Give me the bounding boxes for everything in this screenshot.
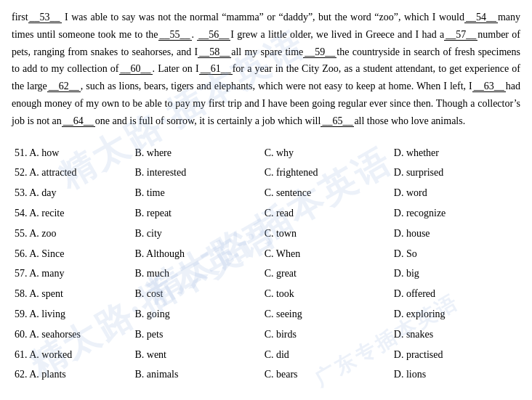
option-a: 51. A. how xyxy=(12,143,132,163)
option-a: 62. A. plants xyxy=(12,364,132,385)
option-b: B. time xyxy=(132,183,261,203)
option-d: D. snakes xyxy=(391,325,520,345)
option-d: D. offered xyxy=(391,284,520,304)
option-b: B. city xyxy=(132,224,261,244)
option-b: B. interested xyxy=(132,163,261,183)
option-c: C. why xyxy=(262,143,391,163)
option-a: 52. A. attracted xyxy=(12,163,132,183)
option-c: C. sentence xyxy=(262,183,391,203)
table-row: 54. A. reciteB. repeatC. readD. recogniz… xyxy=(12,203,520,224)
option-b: B. animals xyxy=(132,364,261,385)
option-c: C. bears xyxy=(262,364,391,385)
option-c: C. frightened xyxy=(262,163,391,183)
option-d: D. surprised xyxy=(391,163,520,183)
option-a: 53. A. day xyxy=(12,183,132,203)
option-b: B. Although xyxy=(132,244,261,264)
table-row: 56. A. SinceB. AlthoughC. WhenD. So xyxy=(12,244,520,264)
table-row: 52. A. attractedB. interestedC. frighten… xyxy=(12,163,520,183)
option-d: D. practised xyxy=(391,345,520,365)
option-b: B. repeat xyxy=(132,203,261,224)
table-row: 57. A. manyB. muchC. greatD. big xyxy=(12,264,520,284)
option-a: 57. A. many xyxy=(12,264,132,284)
table-row: 55. A. zooB. cityC. townD. house xyxy=(12,224,520,244)
option-d: D. house xyxy=(391,224,520,244)
options-table: 51. A. howB. whereC. whyD. whether52. A.… xyxy=(12,143,520,385)
option-b: B. much xyxy=(132,264,261,284)
option-d: D. recognize xyxy=(391,203,520,224)
table-row: 51. A. howB. whereC. whyD. whether xyxy=(12,143,520,163)
option-d: D. exploring xyxy=(391,304,520,325)
option-d: D. big xyxy=(391,264,520,284)
option-a: 59. A. living xyxy=(12,304,132,325)
option-c: C. great xyxy=(262,264,391,284)
option-b: B. going xyxy=(132,304,261,325)
option-d: D. whether xyxy=(391,143,520,163)
option-a: 54. A. recite xyxy=(12,203,132,224)
option-a: 55. A. zoo xyxy=(12,224,132,244)
option-c: C. took xyxy=(262,284,391,304)
option-a: 58. A. spent xyxy=(12,284,132,304)
option-c: C. did xyxy=(262,345,391,365)
table-row: 60. A. seahorsesB. petsC. birdsD. snakes xyxy=(12,325,520,345)
option-c: C. seeing xyxy=(262,304,391,325)
option-c: C. When xyxy=(262,244,391,264)
option-b: B. cost xyxy=(132,284,261,304)
option-d: D. So xyxy=(391,244,520,264)
option-c: C. town xyxy=(262,224,391,244)
passage-text: first__53__ I was able to say was not th… xyxy=(12,9,520,130)
table-row: 53. A. dayB. timeC. sentenceD. word xyxy=(12,183,520,203)
option-d: D. lions xyxy=(391,364,520,385)
table-row: 62. A. plantsB. animalsC. bearsD. lions xyxy=(12,364,520,385)
option-b: B. went xyxy=(132,345,261,365)
table-row: 61. A. workedB. wentC. didD. practised xyxy=(12,345,520,365)
option-a: 56. A. Since xyxy=(12,244,132,264)
option-c: C. read xyxy=(262,203,391,224)
option-c: C. birds xyxy=(262,325,391,345)
option-a: 60. A. seahorses xyxy=(12,325,132,345)
option-a: 61. A. worked xyxy=(12,345,132,365)
option-d: D. word xyxy=(391,183,520,203)
table-row: 59. A. livingB. goingC. seeingD. explori… xyxy=(12,304,520,325)
passage-content: first__53__ I was able to say was not th… xyxy=(12,12,520,127)
option-b: B. where xyxy=(132,143,261,163)
option-b: B. pets xyxy=(132,325,261,345)
table-row: 58. A. spentB. costC. tookD. offered xyxy=(12,284,520,304)
